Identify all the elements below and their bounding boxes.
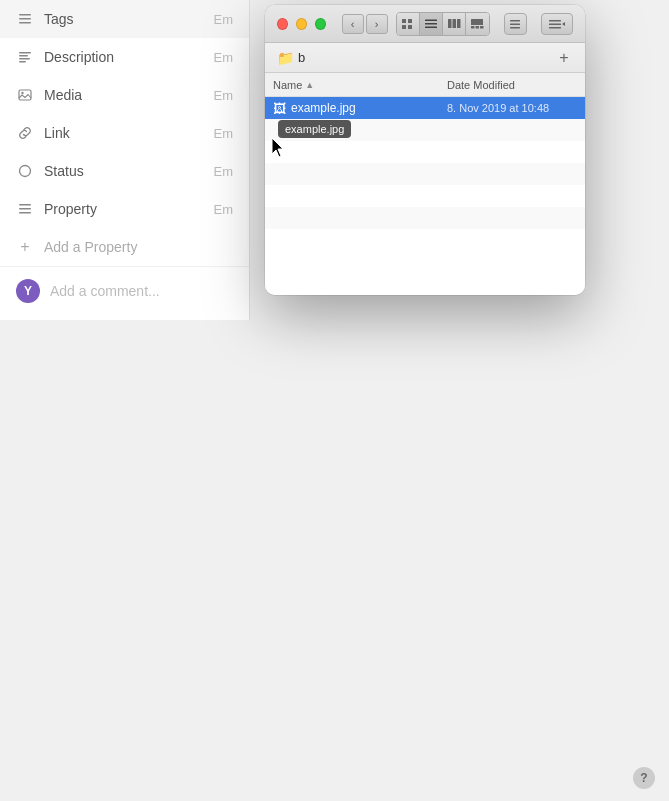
sidebar: Tags Em Description Em Media Em	[0, 0, 250, 320]
sidebar-item-media[interactable]: Media Em	[0, 76, 249, 114]
name-header-label: Name	[273, 79, 302, 91]
empty-row-4	[265, 185, 585, 207]
forward-button[interactable]: ›	[366, 14, 388, 34]
svg-rect-5	[19, 58, 30, 60]
avatar: Y	[16, 279, 40, 303]
property-icon	[16, 200, 34, 218]
sidebar-item-link[interactable]: Link Em	[0, 114, 249, 152]
add-comment-area[interactable]: Y Add a comment...	[0, 266, 249, 315]
svg-rect-29	[510, 27, 520, 29]
svg-rect-10	[19, 204, 31, 206]
minimize-button[interactable]	[296, 18, 307, 30]
list-view-button[interactable]	[420, 13, 443, 35]
finder-window: ‹ ›	[265, 5, 585, 295]
file-date: 8. Nov 2019 at 10:48	[447, 102, 577, 114]
name-header[interactable]: Name ▲	[273, 79, 447, 91]
svg-rect-25	[476, 26, 480, 29]
svg-rect-11	[19, 208, 31, 210]
comment-placeholder: Add a comment...	[50, 283, 160, 299]
more-button[interactable]	[541, 13, 573, 35]
empty-row-3	[265, 163, 585, 185]
svg-rect-4	[19, 55, 28, 57]
svg-rect-6	[19, 61, 26, 63]
svg-point-9	[20, 166, 31, 177]
status-icon	[16, 162, 34, 180]
link-value: Em	[214, 126, 234, 141]
sidebar-item-description[interactable]: Description Em	[0, 38, 249, 76]
property-label: Property	[44, 201, 97, 217]
help-button[interactable]: ?	[633, 767, 655, 789]
nav-buttons: ‹ ›	[342, 14, 388, 34]
svg-rect-27	[510, 20, 520, 22]
empty-row-2	[265, 141, 585, 163]
icon-view-button[interactable]	[397, 13, 420, 35]
file-name-text: example.jpg	[291, 101, 356, 115]
file-row[interactable]: 🖼 example.jpg 8. Nov 2019 at 10:48	[265, 97, 585, 119]
sidebar-item-status[interactable]: Status Em	[0, 152, 249, 190]
svg-rect-20	[448, 19, 452, 28]
view-buttons	[396, 12, 490, 36]
property-value: Em	[214, 202, 234, 217]
column-view-button[interactable]	[443, 13, 466, 35]
svg-rect-0	[19, 14, 31, 16]
svg-rect-31	[549, 23, 561, 25]
link-label: Link	[44, 125, 70, 141]
maximize-button[interactable]	[315, 18, 326, 30]
svg-rect-16	[408, 25, 412, 29]
add-property-button[interactable]: + Add a Property	[0, 228, 249, 266]
finder-titlebar: ‹ ›	[265, 5, 585, 43]
svg-rect-28	[510, 23, 520, 25]
svg-rect-18	[425, 23, 437, 25]
svg-rect-1	[19, 18, 31, 20]
sort-arrow-icon: ▲	[305, 80, 314, 90]
svg-rect-3	[19, 52, 31, 54]
status-label: Status	[44, 163, 84, 179]
description-value: Em	[214, 50, 234, 65]
action-button[interactable]	[504, 13, 527, 35]
svg-rect-7	[19, 90, 31, 100]
gallery-view-button[interactable]	[466, 13, 489, 35]
file-tooltip: example.jpg	[278, 120, 351, 138]
pathbar-add-button[interactable]: +	[555, 49, 573, 67]
file-name: 🖼 example.jpg	[273, 101, 447, 116]
tags-label: Tags	[44, 11, 74, 27]
svg-rect-21	[452, 19, 456, 28]
pathbar-title: 📁 b	[277, 50, 305, 66]
modified-header[interactable]: Date Modified	[447, 79, 577, 91]
sidebar-item-tags[interactable]: Tags Em	[0, 0, 249, 38]
svg-rect-23	[471, 19, 483, 25]
svg-rect-19	[425, 27, 437, 29]
file-icon: 🖼	[273, 101, 286, 116]
finder-pathbar: 📁 b +	[265, 43, 585, 73]
empty-row-6	[265, 229, 585, 251]
sidebar-item-property[interactable]: Property Em	[0, 190, 249, 228]
svg-rect-32	[549, 27, 561, 29]
media-value: Em	[214, 88, 234, 103]
media-label: Media	[44, 87, 82, 103]
modified-header-label: Date Modified	[447, 79, 515, 91]
back-button[interactable]: ‹	[342, 14, 364, 34]
help-label: ?	[640, 771, 647, 785]
plus-icon: +	[16, 238, 34, 256]
svg-rect-22	[457, 19, 461, 28]
list-icon	[16, 10, 34, 28]
empty-row-5	[265, 207, 585, 229]
svg-rect-12	[19, 212, 31, 214]
image-icon	[16, 86, 34, 104]
svg-rect-2	[19, 22, 31, 24]
link-icon	[16, 124, 34, 142]
close-button[interactable]	[277, 18, 288, 30]
svg-rect-14	[408, 19, 412, 23]
svg-rect-17	[425, 20, 437, 22]
finder-headers: Name ▲ Date Modified	[265, 73, 585, 97]
folder-name: b	[298, 50, 305, 65]
tooltip-text: example.jpg	[285, 123, 344, 135]
folder-icon: 📁	[277, 50, 294, 66]
text-icon	[16, 48, 34, 66]
svg-rect-30	[549, 20, 561, 22]
svg-rect-13	[402, 19, 406, 23]
add-property-label: Add a Property	[44, 239, 137, 255]
svg-point-8	[21, 92, 23, 94]
svg-rect-24	[471, 26, 475, 29]
svg-rect-15	[402, 25, 406, 29]
